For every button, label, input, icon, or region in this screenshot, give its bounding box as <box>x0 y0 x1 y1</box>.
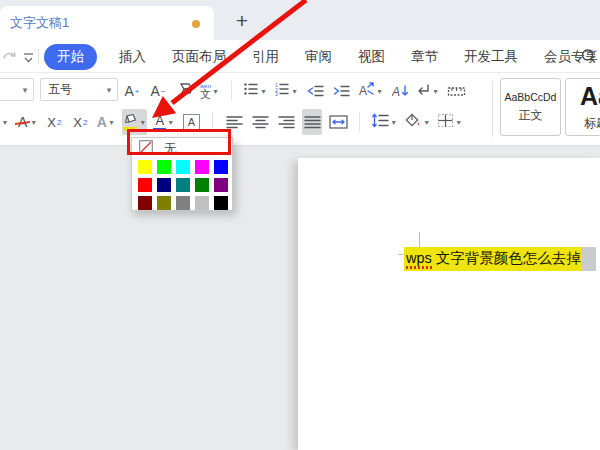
pinyin-icon: wén 文 <box>200 83 211 100</box>
search-icon[interactable] <box>580 48 597 69</box>
divider <box>231 81 232 101</box>
color-swatch[interactable] <box>195 178 209 192</box>
tab-section[interactable]: 章节 <box>398 40 451 73</box>
tab-developer[interactable]: 开发工具 <box>451 40 531 73</box>
wrap-break-button[interactable]: ▾ <box>416 78 440 104</box>
chevron-down-icon[interactable]: ▾ <box>259 87 268 96</box>
ribbon-tab-row: 开始 插入 页面布局 引用 审阅 视图 章节 开发工具 会员专享 <box>0 40 600 73</box>
tab-review[interactable]: 审阅 <box>292 40 345 73</box>
bullet-list-icon <box>243 81 259 101</box>
style-item-body[interactable]: AaBbCcDd 正文 <box>500 78 561 136</box>
chevron-down-icon[interactable]: ▾ <box>454 118 463 127</box>
document-page[interactable]: wps 文字背景颜色怎么去掉 <box>298 158 600 450</box>
style-preview: AaBbCcDd <box>505 91 557 103</box>
align-right-icon <box>278 115 295 129</box>
new-tab-button[interactable]: + <box>228 8 256 34</box>
text-direction-icon: A <box>392 83 409 99</box>
tab-references[interactable]: 引用 <box>239 40 292 73</box>
bullet-list-button[interactable]: ▾ <box>243 78 268 104</box>
document-tab-bar: 文字文稿1 + <box>0 0 600 40</box>
align-left-icon <box>226 115 243 129</box>
text-direction-button[interactable]: A <box>390 78 410 104</box>
document-tab[interactable]: 文字文稿1 <box>0 6 214 40</box>
chevron-down-icon[interactable]: ▾ <box>166 118 175 127</box>
color-swatch[interactable] <box>157 196 171 210</box>
pinyin-guide-button[interactable]: wén 文 ▾ <box>200 78 220 104</box>
font-name-combo[interactable]: ▾ <box>0 78 34 101</box>
underline-dropdown[interactable]: ▾ <box>0 109 10 135</box>
strikethrough-icon: A <box>16 114 29 130</box>
color-swatch[interactable] <box>214 160 228 174</box>
document-workspace: wps 文字背景颜色怎么去掉 <box>0 146 600 450</box>
distribute-button[interactable] <box>328 109 348 135</box>
document-title: 文字文稿1 <box>10 14 69 32</box>
color-swatch[interactable] <box>176 178 190 192</box>
increase-indent-button[interactable] <box>331 78 351 104</box>
selected-paragraph-mark <box>582 247 596 271</box>
color-swatch[interactable] <box>138 160 152 174</box>
tab-view[interactable]: 视图 <box>345 40 398 73</box>
color-swatch[interactable] <box>138 196 152 210</box>
chevron-down-icon[interactable]: ▾ <box>101 85 117 95</box>
subscript-button[interactable]: X2 <box>70 109 90 135</box>
color-swatch[interactable] <box>157 178 171 192</box>
divider <box>359 112 360 132</box>
borders-button[interactable]: ▾ <box>437 109 463 135</box>
chevron-down-icon[interactable]: ▾ <box>211 87 220 96</box>
chevron-down-icon[interactable]: ▾ <box>29 118 38 127</box>
chevron-down-icon: ▾ <box>1 118 10 127</box>
tab-home[interactable]: 开始 <box>44 40 97 73</box>
chevron-down-icon[interactable]: ▾ <box>431 87 440 96</box>
style-item-heading[interactable]: Aa 标题 <box>565 78 600 136</box>
decrease-indent-button[interactable] <box>305 78 325 104</box>
color-swatch[interactable] <box>176 196 190 210</box>
ribbon-tabs: 开始 插入 页面布局 引用 审阅 视图 章节 开发工具 会员专享 <box>44 40 600 73</box>
numbered-list-button[interactable]: 123 ▾ <box>274 78 299 104</box>
char-scale-button[interactable] <box>446 78 466 104</box>
chevron-down-icon[interactable]: ▾ <box>138 118 147 127</box>
justify-icon <box>304 115 321 129</box>
justify-button[interactable] <box>302 109 322 135</box>
color-swatch[interactable] <box>195 160 209 174</box>
chevron-down-icon[interactable]: ▾ <box>107 118 116 127</box>
clear-format-button[interactable] <box>174 78 194 104</box>
superscript-button[interactable]: X2 <box>44 109 64 135</box>
color-swatch[interactable] <box>176 160 190 174</box>
paint-bucket-icon <box>404 113 422 132</box>
char-shading-icon: A <box>183 114 200 131</box>
style-name: 标题 <box>584 115 600 132</box>
decrease-font-size-button[interactable]: A− <box>148 78 168 104</box>
redo-icon[interactable] <box>2 48 18 68</box>
increase-font-size-button[interactable]: A+ <box>122 78 142 104</box>
wps-writer-window: 文字文稿1 + 开始 插入 页面布局 引用 审阅 视图 章节 开发工具 会员专享 <box>0 0 600 450</box>
formatting-toolbar: ▾ 五号 ▾ A+ A− wé <box>0 73 600 146</box>
shading-button[interactable]: ▾ <box>404 109 431 135</box>
toolbar-row-paragraph: ▾ A ▾ X2 X2 A ▾ <box>0 107 500 137</box>
color-swatch[interactable] <box>138 178 152 192</box>
chevron-down-icon[interactable]: ▾ <box>422 118 431 127</box>
text-tool-button[interactable]: A ▾ <box>357 78 384 104</box>
line-spacing-button[interactable]: ▾ <box>371 109 398 135</box>
text-effects-button[interactable]: A ▾ <box>96 109 116 135</box>
chevron-down-icon[interactable]: ▾ <box>375 87 384 96</box>
chevron-down-icon[interactable]: ▾ <box>290 87 299 96</box>
tab-page-layout[interactable]: 页面布局 <box>159 40 239 73</box>
line-spacing-icon <box>371 113 389 132</box>
chevron-down-icon[interactable]: ▾ <box>389 118 398 127</box>
color-swatch[interactable] <box>157 160 171 174</box>
strikethrough-button[interactable]: A ▾ <box>16 109 38 135</box>
customize-toolbar-icon[interactable] <box>22 50 35 68</box>
font-size-combo[interactable]: 五号 ▾ <box>40 78 118 101</box>
numbered-list-icon: 123 <box>274 81 290 101</box>
color-swatch[interactable] <box>195 196 209 210</box>
borders-icon <box>437 113 454 132</box>
tab-insert[interactable]: 插入 <box>106 40 159 73</box>
highlighter-icon <box>122 114 138 131</box>
eraser-icon <box>174 81 194 101</box>
chevron-down-icon[interactable]: ▾ <box>17 85 33 95</box>
align-center-button[interactable] <box>250 109 270 135</box>
color-swatch[interactable] <box>214 178 228 192</box>
toolbar-row-font: ▾ 五号 ▾ A+ A− wé <box>0 76 500 106</box>
align-right-button[interactable] <box>276 109 296 135</box>
color-swatch[interactable] <box>214 196 228 210</box>
